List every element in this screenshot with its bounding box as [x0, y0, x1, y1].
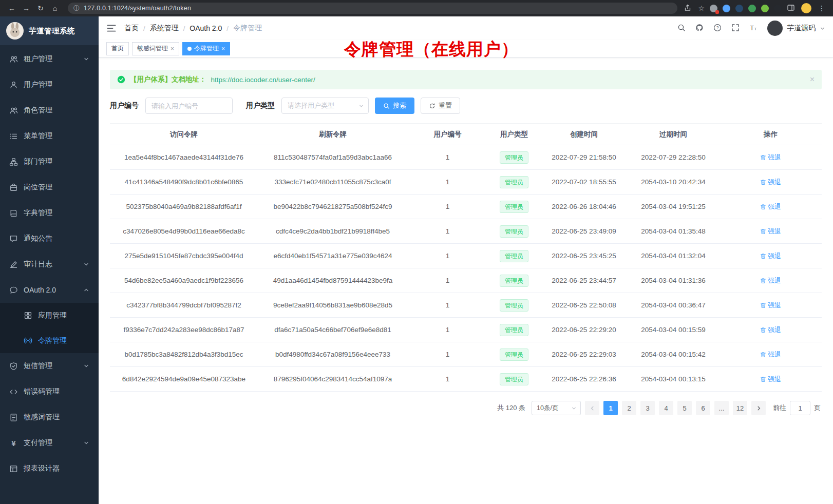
doc-link[interactable]: https://doc.iocoder.cn/user-center/: [211, 76, 315, 84]
share-icon[interactable]: [684, 4, 693, 13]
user-menu[interactable]: 芋道源码: [767, 21, 825, 36]
sidebar-item-dict[interactable]: 字典管理: [0, 200, 99, 226]
sidebar-item-notice[interactable]: 通知公告: [0, 226, 99, 251]
fullscreen-icon[interactable]: [731, 24, 741, 33]
access-token-cell: 275e5de9151045fe87cbdc395e004f4d: [110, 244, 258, 268]
created-time-cell: 2022-07-29 21:58:50: [541, 145, 627, 170]
next-page-button[interactable]: [751, 401, 766, 415]
trash-icon: [760, 204, 766, 210]
force-logout-button[interactable]: 强退: [760, 227, 781, 236]
reset-button[interactable]: 重置: [421, 98, 460, 114]
close-icon[interactable]: ×: [221, 45, 225, 52]
action-cell: 强退: [720, 195, 822, 219]
sidebar-item-role[interactable]: 角色管理: [0, 98, 99, 123]
chevron-down-icon: [358, 103, 364, 109]
url-bar[interactable]: ⓘ 127.0.0.1:1024/system/oauth2/token: [68, 3, 677, 14]
sidebar-item-report-designer[interactable]: 报表设计器: [0, 456, 99, 481]
sidebar-item-oauth2[interactable]: OAuth 2.0: [0, 277, 99, 303]
force-logout-button[interactable]: 强退: [760, 251, 781, 261]
bookmark-star-icon[interactable]: ☆: [698, 4, 705, 12]
tab-sensitive-word[interactable]: 敏感词管理 ×: [132, 42, 179, 55]
breadcrumb-oauth2[interactable]: OAuth 2.0: [190, 24, 222, 32]
extension-icon[interactable]: [723, 5, 730, 12]
force-logout-button[interactable]: 强退: [760, 202, 781, 211]
chevron-down-icon: [571, 405, 577, 411]
close-icon[interactable]: ×: [171, 45, 174, 52]
sidebar-item-pay[interactable]: ¥支付管理: [0, 430, 99, 456]
browser-home-icon[interactable]: ⌂: [48, 2, 62, 15]
user-type-badge: 管理员: [500, 348, 528, 361]
refresh-token-cell: e6cfd40eb1f54571a31e775e039c4624: [258, 244, 408, 268]
force-logout-button[interactable]: 强退: [760, 178, 781, 187]
user-type-cell: 管理员: [487, 318, 541, 342]
tab-label: 令牌管理: [194, 44, 219, 53]
extension-icon[interactable]: [710, 5, 717, 12]
force-logout-button[interactable]: 强退: [760, 375, 781, 384]
force-logout-button[interactable]: 强退: [760, 350, 781, 359]
page-size-select[interactable]: 10条/页: [532, 401, 581, 415]
force-logout-button[interactable]: 强退: [760, 301, 781, 310]
extension-icon[interactable]: [735, 5, 743, 12]
page-button-2[interactable]: 2: [622, 401, 636, 415]
action-cell: 强退: [720, 293, 822, 318]
force-logout-button[interactable]: 强退: [760, 153, 781, 162]
breadcrumb-system[interactable]: 系统管理: [150, 24, 179, 33]
sidebar-item-error-code[interactable]: 错误码管理: [0, 379, 99, 404]
table-row: 502375b8040a469a9b82188afdf6af1fbe90422b…: [110, 195, 822, 219]
chevron-down-icon: [83, 56, 89, 62]
sidebar-item-user[interactable]: 用户管理: [0, 72, 99, 98]
sidebar-item-dept[interactable]: 部门管理: [0, 149, 99, 175]
goto-page-input[interactable]: [790, 401, 810, 415]
browser-nav-buttons: ← → ↻ ⌂: [5, 2, 62, 15]
sidebar-item-sms[interactable]: 短信管理: [0, 353, 99, 379]
tab-token-manage[interactable]: 令牌管理 ×: [182, 42, 230, 55]
page-buttons: 123456...12: [603, 401, 747, 415]
user-type-select[interactable]: 请选择用户类型: [281, 98, 369, 114]
browser-forward-icon[interactable]: →: [20, 2, 33, 15]
prev-page-button[interactable]: [585, 401, 599, 415]
browser-back-icon[interactable]: ←: [5, 2, 18, 15]
search-button[interactable]: 搜索: [375, 98, 414, 114]
breadcrumb-home[interactable]: 首页: [124, 24, 139, 33]
sidebar-item-menu[interactable]: 菜单管理: [0, 123, 99, 149]
sidebar-item-label: 租户管理: [24, 54, 52, 64]
svg-text:T: T: [750, 25, 754, 32]
user-type-cell: 管理员: [487, 170, 541, 195]
sidebar-item-token-manage[interactable]: 令牌管理: [0, 328, 99, 353]
sidebar-item-post[interactable]: 岗位管理: [0, 175, 99, 200]
sidebar-item-tenant[interactable]: 租户管理: [0, 46, 99, 72]
side-panel-icon[interactable]: [787, 4, 796, 13]
sidebar-toggle-icon[interactable]: [106, 23, 117, 33]
page-button-1[interactable]: 1: [603, 401, 618, 415]
sidebar-item-app-manage[interactable]: 应用管理: [0, 303, 99, 328]
user-id-cell: 1: [408, 367, 487, 392]
github-icon[interactable]: [695, 24, 705, 33]
force-logout-button[interactable]: 强退: [760, 325, 781, 335]
tab-label: 敏感词管理: [137, 44, 168, 53]
extension-icon[interactable]: [761, 5, 769, 12]
extension-icon[interactable]: [774, 5, 782, 12]
extension-icon[interactable]: [748, 5, 756, 12]
refresh-icon: [429, 103, 436, 109]
search-icon[interactable]: [677, 24, 687, 33]
font-size-icon[interactable]: TT: [749, 24, 759, 33]
user-id-input[interactable]: [145, 98, 233, 114]
active-tab-dot: [187, 47, 192, 51]
site-info-icon[interactable]: ⓘ: [73, 4, 80, 13]
browser-menu-icon[interactable]: ⋮: [817, 4, 827, 12]
browser-reload-icon[interactable]: ↻: [34, 2, 47, 15]
page-button-6[interactable]: 6: [696, 401, 710, 415]
page-button-12[interactable]: 12: [733, 401, 747, 415]
total-count: 共 120 条: [497, 403, 525, 413]
browser-profile-avatar[interactable]: [801, 3, 811, 13]
page-button-5[interactable]: 5: [677, 401, 692, 415]
page-button-4[interactable]: 4: [659, 401, 673, 415]
app-logo-row[interactable]: 芋道管理系统: [0, 16, 99, 45]
sidebar-item-audit-log[interactable]: 审计日志: [0, 251, 99, 277]
page-button-3[interactable]: 3: [640, 401, 655, 415]
alert-close-icon[interactable]: ×: [810, 75, 815, 84]
force-logout-button[interactable]: 强退: [760, 276, 781, 285]
sidebar-item-sensitive-word[interactable]: 敏感词管理: [0, 404, 99, 430]
tab-home[interactable]: 首页: [106, 42, 129, 55]
help-icon[interactable]: ?: [713, 24, 723, 33]
